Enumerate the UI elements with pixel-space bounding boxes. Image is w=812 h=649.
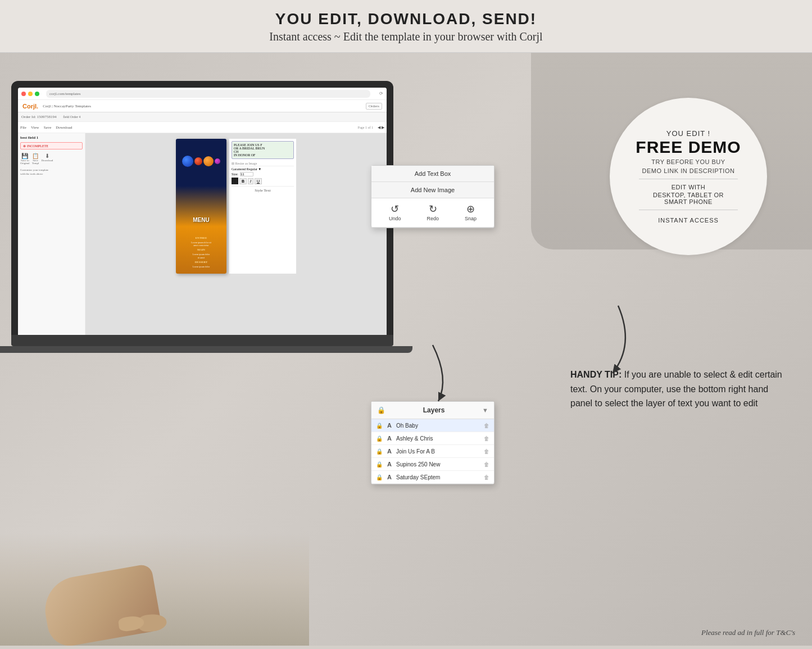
layer-row-saturday[interactable]: 🔒 A Saturday SEptem 🗑 bbox=[371, 471, 494, 484]
size-label: Size: bbox=[232, 173, 238, 176]
toolbar-file[interactable]: File bbox=[20, 125, 26, 130]
snap-label: Snap bbox=[465, 216, 477, 221]
browser-dot-minimize[interactable] bbox=[28, 92, 33, 96]
layer-trash-icon[interactable]: 🗑 bbox=[484, 448, 489, 455]
layer-trash-icon[interactable]: 🗑 bbox=[484, 423, 489, 429]
snap-item[interactable]: ⊕ Snap bbox=[465, 204, 477, 221]
add-text-box-btn[interactable]: Add Text Box bbox=[371, 166, 494, 182]
toolbar-zoom: Page 1 of 1 bbox=[358, 126, 373, 129]
layer-trash-icon[interactable]: 🗑 bbox=[484, 461, 489, 468]
undo-item[interactable]: ↺ Undo bbox=[389, 204, 401, 221]
layer-name: Ashley & Chris bbox=[396, 435, 481, 442]
tool-bar: File View Save Download Page 1 of 1 ◀ ▶ bbox=[18, 122, 387, 133]
planets-area bbox=[179, 142, 224, 181]
resize-label: ⊞ Resize as Image bbox=[232, 161, 294, 166]
layer-row-supinos[interactable]: 🔒 A Supinos 250 New 🗑 bbox=[371, 458, 494, 471]
laptop-base bbox=[11, 335, 393, 346]
layer-trash-icon[interactable]: 🗑 bbox=[484, 435, 489, 442]
corjl-logo: Corjl. bbox=[22, 103, 38, 110]
free-demo-text: FREE DEMO bbox=[636, 138, 741, 156]
save-orig-icon[interactable]: 💾Save toOriginal bbox=[20, 153, 30, 165]
layer-row-join-us[interactable]: 🔒 A Join Us For A B 🗑 bbox=[371, 445, 494, 458]
layer-trash-icon[interactable]: 🗑 bbox=[484, 474, 489, 480]
left-panel: best field 1 ⊗INCOMPLETE 💾Save toOrigina… bbox=[18, 133, 85, 335]
laptop: corjl.com/templates ⟳ Corjl. Corjl | Noc… bbox=[11, 81, 393, 353]
field-order-label: field Order 4 bbox=[63, 115, 80, 119]
layer-row-ashley[interactable]: 🔒 A Ashley & Chris 🗑 bbox=[371, 432, 494, 445]
undo-icon: ↺ bbox=[391, 204, 399, 214]
bold-btn[interactable]: B bbox=[239, 178, 247, 184]
browser-chrome: corjl.com/templates ⟳ bbox=[18, 88, 387, 100]
prev-btn[interactable]: ◀ bbox=[378, 125, 380, 130]
edit-text-overlay: PLEASE JOIN US FOR A BRIDAL BRUNCHIN HON… bbox=[232, 141, 294, 159]
planet-small bbox=[215, 158, 220, 164]
underline-btn[interactable]: U bbox=[255, 178, 262, 184]
next-btn[interactable]: ▶ bbox=[382, 125, 384, 130]
action-icons: 💾Save toOriginal 📋SaveTempl ⬇Download bbox=[20, 153, 83, 165]
layer-name: Oh Baby bbox=[396, 423, 481, 429]
layer-lock-icon: 🔒 bbox=[376, 448, 383, 455]
redo-item[interactable]: ↻ Redo bbox=[427, 204, 439, 221]
browser-dot-close[interactable] bbox=[21, 92, 26, 96]
browser-controls: ⟳ bbox=[379, 91, 383, 96]
layers-chevron-icon[interactable]: ▼ bbox=[482, 407, 488, 414]
layer-letter: A bbox=[385, 435, 393, 442]
snap-icon: ⊕ bbox=[466, 204, 475, 214]
layer-name: Saturday SEptem bbox=[396, 474, 481, 480]
layer-letter: A bbox=[385, 448, 393, 455]
order-id: Order Id: 1509758194 bbox=[21, 115, 57, 119]
laptop-bottom bbox=[0, 346, 412, 353]
devices-text: DESKTOP, TABLET ORSMART PHONE bbox=[653, 192, 724, 205]
undo-label: Undo bbox=[389, 216, 401, 221]
screen-right-panel: PLEASE JOIN US FOR A BRIDAL BRUNCHIN HON… bbox=[229, 139, 296, 274]
font-select[interactable]: Garamond Regular ▼ bbox=[232, 167, 294, 171]
laptop-screen-inner: corjl.com/templates ⟳ Corjl. Corjl | Noc… bbox=[18, 88, 387, 335]
layer-name: Supinos 250 New bbox=[396, 461, 481, 468]
layer-name: Join Us For A B bbox=[396, 448, 481, 455]
corjl-brand: Corjl | NoccayParty Templates bbox=[43, 104, 91, 108]
layer-lock-icon: 🔒 bbox=[376, 435, 383, 442]
layers-label: Layers bbox=[423, 406, 445, 414]
italic-btn[interactable]: I bbox=[248, 178, 253, 184]
size-controls: Size: bbox=[232, 172, 294, 176]
url-bar[interactable]: corjl.com/templates bbox=[46, 90, 370, 98]
toolbar-save[interactable]: Save bbox=[44, 125, 52, 130]
layers-header: 🔒 Layers ▼ bbox=[371, 402, 494, 419]
add-new-image-btn[interactable]: Add New Image bbox=[371, 182, 494, 198]
corjl-app-bar: Corjl. Corjl | NoccayParty Templates Ord… bbox=[18, 100, 387, 112]
banner-subline: Instant access ~ Edit the template in yo… bbox=[11, 30, 801, 43]
toolbar-view[interactable]: View bbox=[31, 125, 39, 130]
edit-with-text: EDIT WITH bbox=[672, 184, 706, 190]
center-panel: MENU ENTREE Lorem ipsum dolor sitamet co… bbox=[85, 133, 387, 335]
layer-row-oh-baby[interactable]: 🔒 A Oh Baby 🗑 bbox=[371, 419, 494, 432]
menu-card-text: ENTREE Lorem ipsum dolor sitamet consect… bbox=[178, 236, 224, 268]
center-content: MENU ENTREE Lorem ipsum dolor sitamet co… bbox=[176, 139, 296, 274]
tip-label: HANDY TIP: bbox=[570, 370, 622, 379]
best-field-label: best field 1 bbox=[20, 135, 83, 140]
top-banner: YOU EDIT, DOWNLOAD, SEND! Instant access… bbox=[0, 0, 812, 53]
redo-label: Redo bbox=[427, 216, 439, 221]
planet-earth bbox=[182, 156, 193, 167]
incomplete-badge: ⊗INCOMPLETE bbox=[20, 142, 83, 149]
save-templ-icon[interactable]: 📋SaveTempl bbox=[32, 153, 39, 165]
browser-dot-maximize[interactable] bbox=[35, 92, 39, 96]
layer-lock-icon: 🔒 bbox=[376, 474, 383, 480]
demo-circle: YOU EDIT ! FREE DEMO TRY BEFORE YOU BUY … bbox=[610, 98, 767, 255]
redo-icon: ↻ bbox=[429, 204, 437, 214]
you-edit-text: YOU EDIT ! bbox=[666, 129, 710, 138]
left-panel-text: Customize your templatewith the tools ab… bbox=[20, 168, 83, 176]
app-nav-right: Orders bbox=[366, 103, 382, 110]
footer-note: Please read ad in full for T&C's bbox=[701, 628, 795, 637]
main-area: corjl.com/templates ⟳ Corjl. Corjl | Noc… bbox=[0, 53, 812, 646]
instant-text: INSTANT ACCESS bbox=[658, 217, 719, 224]
orders-btn[interactable]: Orders bbox=[366, 103, 382, 110]
corjl-add-panel: Add Text Box Add New Image ↺ Undo ↻ Redo… bbox=[371, 165, 495, 228]
font-size-input[interactable] bbox=[240, 172, 253, 176]
style-text-btn[interactable]: Style Text bbox=[232, 186, 294, 193]
color-swatch[interactable] bbox=[232, 178, 238, 184]
toolbar-nav: ◀ ▶ bbox=[378, 125, 384, 130]
layer-lock-icon: 🔒 bbox=[376, 423, 383, 429]
divider-1 bbox=[639, 179, 738, 179]
download-icon[interactable]: ⬇Download bbox=[41, 153, 53, 165]
toolbar-download[interactable]: Download bbox=[56, 125, 72, 130]
